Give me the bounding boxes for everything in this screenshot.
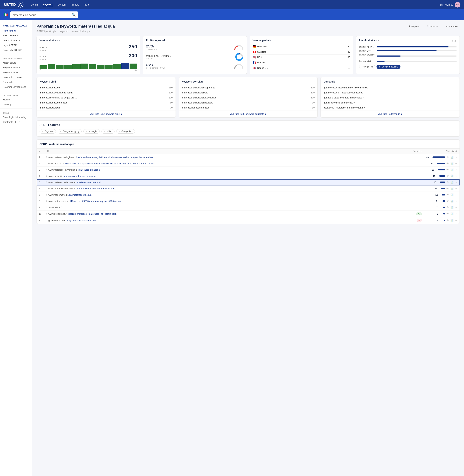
search-input[interactable] [13,13,70,17]
intento-help-icon[interactable]: ? [452,40,453,43]
sidebar-item-screenshot[interactable]: Screenshot SERP [0,48,32,52]
chart-icon[interactable]: 📊 [450,181,454,184]
url-path[interactable]: /materasso-acqua-matrimoniale.html [77,187,115,190]
intento-settings-icon[interactable]: ⚙ [454,40,457,43]
chart-icon[interactable]: 📊 [450,206,454,209]
url-path[interactable]: /1/materassi/3810/materassi-aquagelr/206… [70,200,121,202]
serp-url[interactable]: ⧉www.materassi-in-vendita.it/materasso-a… [43,167,406,173]
arrow-icon[interactable]: → [455,200,457,202]
sidebar-item-mobile[interactable]: Mobile [0,97,32,102]
search-icon[interactable]: 🔍 [72,13,76,17]
eye-icon[interactable]: 👁 [446,193,449,196]
chart-icon[interactable]: 📊 [450,168,454,171]
url-path[interactable]: /materasso-acqua.html [77,181,101,184]
serp-url[interactable]: ⧉www.materassiedoghe.eu/materassi-in-mem… [43,154,406,160]
intento-visit-help[interactable]: ? [371,60,373,62]
url-path[interactable]: /prezzo_materassi_materasso_ad_acqua.asp… [68,212,116,215]
chart-icon[interactable]: 📊 [450,219,454,222]
tag-video-sf[interactable]: 🏷Video [101,129,114,134]
export-button[interactable]: ⬇ Esporta [406,24,422,29]
simili-link[interactable]: Vedi tutte le 52 keyword simili ▶ [37,110,175,118]
arrow-icon[interactable]: → [455,187,457,190]
arrow-icon[interactable]: → [455,193,457,196]
search-input-wrap[interactable]: 🔍 [10,11,78,18]
serp-url[interactable]: ⧉www.materassiadacqua.eu/materasso-acqua… [43,186,406,192]
intento-website-help[interactable]: ? [361,56,363,58]
sidebar-item-domande[interactable]: Domande [0,80,32,85]
serp-url[interactable]: ⧉www.manomano.it/cat/materasso+acqua [43,192,406,198]
intento-do-help[interactable]: ? [370,50,371,52]
arrow-icon[interactable]: → [455,181,457,184]
chart-icon[interactable]: 📊 [450,162,454,165]
arrow-icon[interactable]: → [455,206,457,209]
sidebar-item-match-esatto[interactable]: Match esatto [0,60,32,65]
arrow-icon[interactable]: → [455,175,457,178]
breadcrumb-keyword[interactable]: Keyword [60,30,68,33]
chart-icon[interactable]: 📊 [450,193,454,196]
sidebar-item-panoramica[interactable]: Panoramica [0,28,32,33]
sidebar-item-confronto[interactable]: Confronto SERP [0,119,32,124]
url-path[interactable]: /migliori-materassi-ad-acqua/ [67,219,97,222]
url-path[interactable]: /materasso-ad-acqua/ [78,169,100,171]
chart-icon[interactable]: 📊 [450,200,454,202]
sidebar-item-desktop[interactable]: Desktop [0,102,32,107]
serp-url[interactable]: ⧉www.beliani.it/materassi/materassi-ad-a… [43,173,406,179]
sidebar-item-layout[interactable]: Layout SERP [0,43,32,48]
grid-icon[interactable]: ⊞ [440,3,443,7]
domande-link[interactable]: Vedi tutte le domande ▶ [321,110,460,118]
sidebar-item-keyword-environment[interactable]: Keyword Environment [0,85,32,89]
url-path[interactable]: /materassi-in-memory-lattice-molle/mater… [76,156,155,159]
sidebar-item-intento[interactable]: Intento di ricerca [0,38,32,43]
tag-organico-sf[interactable]: 🏷Organico [39,129,56,134]
nav-domini[interactable]: Domini [31,2,39,7]
tag-shopping[interactable]: 🏷 Google Shopping [377,65,400,69]
eye-icon[interactable]: 👁 [446,187,449,190]
nav-content[interactable]: Content [58,2,66,7]
tag-organico[interactable]: 🏷 Organico [359,65,375,69]
sidebar-item-keyword-correlate[interactable]: Keyword correlate [0,75,32,80]
url-path[interactable]: /materassi/materassi-ad-acqua/ [64,175,96,178]
nav-avatar[interactable]: MM [455,2,460,8]
correlate-link[interactable]: Vedi tutte le 38 keyword correlate ▶ [179,110,318,118]
url-path[interactable]: / [61,206,62,209]
arrow-icon[interactable]: → [455,162,457,165]
url-path[interactable]: /Materassi-Ad-acqua-basi-letto/s?rh=n%3A… [65,162,156,165]
url-path[interactable]: /cat/materasso+acqua [68,194,91,196]
chart-icon[interactable]: 📊 [450,156,454,159]
eye-icon[interactable]: 👁 [446,181,449,184]
eye-icon[interactable]: 👁 [446,219,449,222]
arrow-icon[interactable]: → [455,212,457,215]
tag-immagini-sf[interactable]: 🏷Immagini [83,129,100,134]
serp-url[interactable]: ⧉akvaitalia.it/ [43,204,406,210]
eye-icon[interactable]: 👁 [446,206,449,209]
eye-icon[interactable]: 👁 [446,175,449,178]
tag-shopping-sf[interactable]: 🏷Google Shopping [58,129,82,134]
sidebar-item-keyword-simili[interactable]: Keyword simili [0,70,32,75]
arrow-icon[interactable]: → [455,156,457,159]
chart-icon[interactable]: 📊 [450,212,454,215]
nav-keyword[interactable]: Keyword [43,2,53,7]
eye-icon[interactable]: 👁 [446,156,449,159]
nav-progetti[interactable]: Progetti [71,2,79,7]
chart-icon[interactable]: 📊 [450,175,454,178]
share-button[interactable]: ⤴ Condividi [425,24,441,29]
arrow-icon[interactable]: → [455,219,457,222]
eye-icon[interactable]: 👁 [446,168,449,171]
nav-more[interactable]: Più ▾ [84,3,89,6]
arrow-icon[interactable]: → [455,168,457,171]
eye-icon[interactable]: 👁 [446,212,449,215]
breadcrumb-sistrix[interactable]: SISTRIX per Google [37,30,56,33]
sidebar-item-cronologia[interactable]: Cronologia dei ranking [0,115,32,119]
nav-user-label[interactable]: Marina [445,3,453,6]
chart-icon[interactable]: 📊 [450,187,454,190]
intento-know-help[interactable]: ? [373,46,374,48]
serp-url[interactable]: ⧉www.materassiadacqua.eu/materasso-acqua… [43,179,406,186]
serp-url[interactable]: ⧉www.trovaprezzi.it/prezzo_materassi_mat… [43,210,406,217]
sidebar-item-serp-features[interactable]: SERP Features [0,33,32,38]
serp-url[interactable]: ⧉guidasonno.com/migliori-materassi-ad-ac… [43,217,406,224]
eye-icon[interactable]: 👁 [446,200,449,202]
serp-url[interactable]: ⧉www.materassi.com/1/materassi/3810/mate… [43,198,406,204]
serp-url[interactable]: ⧉www.amazon.it/Materassi-Ad-acqua-basi-l… [43,160,406,167]
sidebar-item-keyword-inclusa[interactable]: Keyword inclusa [0,65,32,70]
eye-icon[interactable]: 👁 [446,162,449,165]
